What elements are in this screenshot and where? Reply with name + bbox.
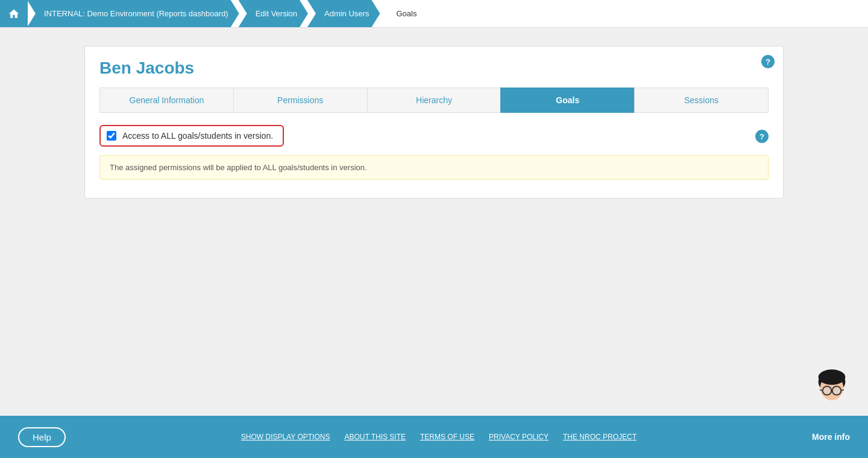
user-name: Ben Jacobs bbox=[99, 59, 769, 78]
tab-hierarchy[interactable]: Hierarchy bbox=[367, 87, 501, 113]
tab-general-information[interactable]: General Information bbox=[99, 87, 233, 113]
footer-left: Help bbox=[18, 427, 66, 447]
footer-link-nroc[interactable]: THE NROC PROJECT bbox=[563, 433, 637, 441]
tab-sessions[interactable]: Sessions bbox=[634, 87, 769, 113]
breadcrumb-item-demo[interactable]: INTERNAL: Demo Environment (Reports dash… bbox=[27, 0, 239, 27]
tabs-container: General Information Permissions Hierarch… bbox=[99, 87, 769, 113]
help-button[interactable]: Help bbox=[18, 427, 66, 447]
footer-links: SHOW DISPLAY OPTIONS ABOUT THIS SITE TER… bbox=[241, 433, 637, 441]
breadcrumb-item-edit-version[interactable]: Edit Version bbox=[239, 0, 308, 27]
goals-help-icon[interactable]: ? bbox=[755, 130, 769, 143]
breadcrumb-item-admin-users[interactable]: Admin Users bbox=[307, 0, 380, 27]
footer-link-about[interactable]: ABOUT THIS SITE bbox=[344, 433, 406, 441]
footer-more-info[interactable]: More info bbox=[812, 432, 850, 442]
goals-section: Access to ALL goals/students in version.… bbox=[99, 125, 769, 180]
footer-link-privacy[interactable]: PRIVACY POLICY bbox=[489, 433, 549, 441]
user-card: ? Ben Jacobs General Information Permiss… bbox=[84, 46, 784, 199]
tab-goals[interactable]: Goals bbox=[500, 87, 634, 113]
footer: Help SHOW DISPLAY OPTIONS ABOUT THIS SIT… bbox=[0, 416, 868, 458]
tab-permissions[interactable]: Permissions bbox=[233, 87, 367, 113]
footer-link-display-options[interactable]: SHOW DISPLAY OPTIONS bbox=[241, 433, 330, 441]
footer-link-terms[interactable]: TERMS OF USE bbox=[420, 433, 474, 441]
access-all-goals-checkbox[interactable] bbox=[107, 131, 116, 141]
svg-point-9 bbox=[833, 387, 841, 395]
avatar bbox=[808, 367, 856, 416]
access-all-goals-text: Access to ALL goals/students in version. bbox=[122, 131, 273, 141]
access-all-goals-label[interactable]: Access to ALL goals/students in version. bbox=[99, 125, 284, 147]
main-content: ? Ben Jacobs General Information Permiss… bbox=[0, 28, 868, 416]
info-banner: The assigned permissions will be applied… bbox=[99, 155, 769, 180]
svg-point-8 bbox=[823, 387, 831, 395]
svg-point-2 bbox=[819, 369, 846, 385]
home-button[interactable] bbox=[0, 0, 28, 27]
breadcrumb-item-goals[interactable]: Goals bbox=[379, 0, 427, 27]
breadcrumb-nav: INTERNAL: Demo Environment (Reports dash… bbox=[0, 0, 868, 28]
card-help-icon[interactable]: ? bbox=[761, 55, 775, 68]
